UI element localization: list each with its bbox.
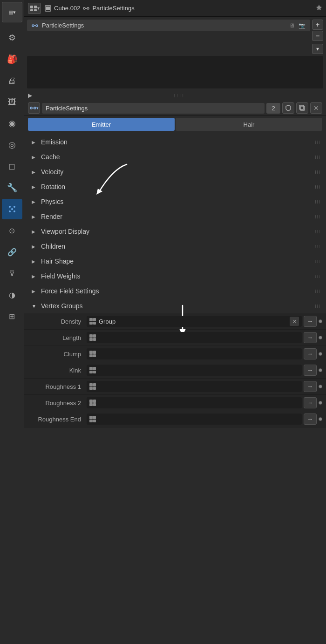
add-btn[interactable]: + xyxy=(312,20,323,30)
vg-row-density: Density Group ✕ ↔ xyxy=(24,313,326,330)
vg-clump-field[interactable] xyxy=(87,348,302,359)
vg-roughness1-arrow-btn[interactable]: ↔ xyxy=(304,381,317,392)
shield-icon xyxy=(285,105,291,111)
emission-arrow: ▶ xyxy=(32,140,36,145)
collapse-btn[interactable]: ▾ xyxy=(312,44,323,54)
vg-roughness2-arrow-btn[interactable]: ↔ xyxy=(304,397,317,408)
sidebar-item-mode-switcher[interactable]: ▤▾ xyxy=(2,2,22,22)
sidebar-item-render[interactable]: ◑ xyxy=(2,285,22,305)
svg-point-17 xyxy=(30,107,32,109)
section-velocity[interactable]: ▶ Velocity ⁞⁞⁞ xyxy=(24,164,326,179)
svg-rect-5 xyxy=(30,6,33,8)
viewport-arrow: ▶ xyxy=(32,229,36,234)
sidebar-item-world[interactable]: ◎ xyxy=(2,135,22,155)
vg-roughness-end-dot[interactable] xyxy=(319,417,322,421)
sidebar-item-scene[interactable]: ◉ xyxy=(2,113,22,134)
top-header: ▾ Cube.002 ParticleSettings xyxy=(24,0,326,17)
sidebar-item-output[interactable]: 🖨 xyxy=(2,70,22,91)
object-props-icon: ◻ xyxy=(8,161,15,171)
vg-kink-dot[interactable] xyxy=(319,368,322,372)
section-vertex-groups[interactable]: ▼ Vertex Groups ⁞⁞⁞ xyxy=(24,298,326,313)
vg-roughness1-field[interactable] xyxy=(87,381,302,392)
preview-controls: ▶ ⁞⁞⁞⁞ xyxy=(24,90,326,101)
dropdown-arrow-small: ▾ xyxy=(36,106,39,110)
vg-row-roughness2: Roughness 2 ↔ xyxy=(24,395,326,411)
tools-icon: ⚙ xyxy=(8,33,16,43)
vertex-groups-arrow: ▼ xyxy=(32,304,36,309)
physics-icon: ⊙ xyxy=(9,226,15,235)
checker-icon: ⊞ xyxy=(9,312,15,321)
vg-clump-dot[interactable] xyxy=(319,352,322,356)
vg-density-label: Density xyxy=(34,318,85,325)
tab-hair[interactable]: Hair xyxy=(176,118,322,131)
vg-length-field[interactable] xyxy=(87,332,302,343)
vg-arrow-label-roughness2: ↔ xyxy=(307,400,313,406)
vg-clump-label: Clump xyxy=(34,351,85,358)
mode-switcher-btn[interactable]: ▾ xyxy=(28,3,41,14)
vg-length-arrow-btn[interactable]: ↔ xyxy=(304,332,317,343)
section-physics[interactable]: ▶ Physics ⁞⁞⁞ xyxy=(24,194,326,209)
vg-kink-arrow-btn[interactable]: ↔ xyxy=(304,365,317,376)
preview-dots: ⁞⁞⁞⁞ xyxy=(36,93,322,98)
duplicate-btn[interactable] xyxy=(296,102,308,114)
sidebar-item-view[interactable]: 🖼 xyxy=(2,92,22,112)
force-field-arrow: ▶ xyxy=(32,289,36,294)
section-children[interactable]: ▶ Children ⁞⁞⁞ xyxy=(24,239,326,254)
cache-dots: ⁞⁞⁞ xyxy=(315,155,320,160)
vg-row-clump: Clump ↔ xyxy=(24,346,326,362)
physics-dots: ⁞⁞⁞ xyxy=(315,199,320,204)
shield-btn[interactable] xyxy=(282,102,294,114)
pin-icon[interactable] xyxy=(316,4,322,13)
section-force-field[interactable]: ▶ Force Field Settings ⁞⁞⁞ xyxy=(24,284,326,298)
velocity-label: Velocity xyxy=(41,168,315,176)
object-breadcrumb-icon xyxy=(45,5,51,12)
play-button[interactable]: ▶ xyxy=(28,92,32,99)
sidebar-item-object[interactable]: 🎒 xyxy=(2,49,22,69)
section-cache[interactable]: ▶ Cache ⁞⁞⁞ xyxy=(24,149,326,164)
section-rotation[interactable]: ▶ Rotation ⁞⁞⁞ xyxy=(24,179,326,194)
camera-icon: 📷 xyxy=(299,22,306,29)
vg-roughness2-field[interactable] xyxy=(87,397,302,408)
unlink-btn[interactable]: ✕ xyxy=(310,102,322,114)
svg-point-12 xyxy=(87,7,89,9)
vg-roughness1-dot[interactable] xyxy=(319,385,322,388)
tab-emitter-label: Emitter xyxy=(92,121,111,128)
velocity-arrow: ▶ xyxy=(32,169,36,175)
section-emission[interactable]: ▶ Emission ⁞⁞⁞ xyxy=(24,135,326,149)
datablock-name-field[interactable]: ParticleSettings xyxy=(42,103,265,114)
section-viewport-display[interactable]: ▶ Viewport Display ⁞⁞⁞ xyxy=(24,224,326,239)
vg-roughness2-dot[interactable] xyxy=(319,401,322,405)
vg-density-field[interactable]: Group ✕ xyxy=(87,316,302,327)
sidebar-item-filter[interactable]: ⊽ xyxy=(2,263,22,284)
section-render[interactable]: ▶ Render ⁞⁞⁞ xyxy=(24,209,326,224)
vg-row-roughness1: Roughness 1 ↔ xyxy=(24,379,326,395)
sidebar-item-particles[interactable] xyxy=(2,199,22,219)
vg-length-label: Length xyxy=(34,334,85,341)
vg-density-clear-btn[interactable]: ✕ xyxy=(290,317,299,326)
tab-emitter[interactable]: Emitter xyxy=(28,118,175,131)
sidebar-item-constraints[interactable]: 🔗 xyxy=(2,242,22,262)
remove-btn[interactable]: − xyxy=(312,31,323,41)
sidebar-item-physics[interactable]: ⊙ xyxy=(2,220,22,241)
emission-dots: ⁞⁞⁞ xyxy=(315,140,320,145)
sidebar-item-checker[interactable]: ⊞ xyxy=(2,306,22,326)
datablock-type-btn[interactable]: ▾ xyxy=(28,102,40,114)
svg-rect-8 xyxy=(34,9,37,11)
vg-length-dot[interactable] xyxy=(319,336,322,339)
vg-roughness1-grid-icon xyxy=(89,383,96,390)
panel-side-buttons: + − ▾ xyxy=(312,20,323,54)
vg-kink-field[interactable] xyxy=(87,365,302,376)
vg-clump-arrow-btn[interactable]: ↔ xyxy=(304,348,317,359)
vg-density-arrow-btn[interactable]: ↔ xyxy=(304,316,317,327)
section-field-weights[interactable]: ▶ Field Weights ⁞⁞⁞ xyxy=(24,269,326,284)
section-hair-shape[interactable]: ▶ Hair Shape ⁞⁞⁞ xyxy=(24,254,326,269)
sidebar-item-object-props[interactable]: ◻ xyxy=(2,156,22,176)
hair-shape-label: Hair Shape xyxy=(41,258,315,265)
sidebar-item-modifier[interactable]: 🔧 xyxy=(2,177,22,198)
vg-roughness-end-field[interactable] xyxy=(87,414,302,425)
svg-rect-7 xyxy=(30,9,33,11)
main-panel: ▾ Cube.002 ParticleSettings xyxy=(24,0,326,644)
sidebar-item-tools[interactable]: ⚙ xyxy=(2,27,22,48)
vg-roughness-end-arrow-btn[interactable]: ↔ xyxy=(304,414,317,425)
vg-density-dot[interactable] xyxy=(319,319,322,323)
